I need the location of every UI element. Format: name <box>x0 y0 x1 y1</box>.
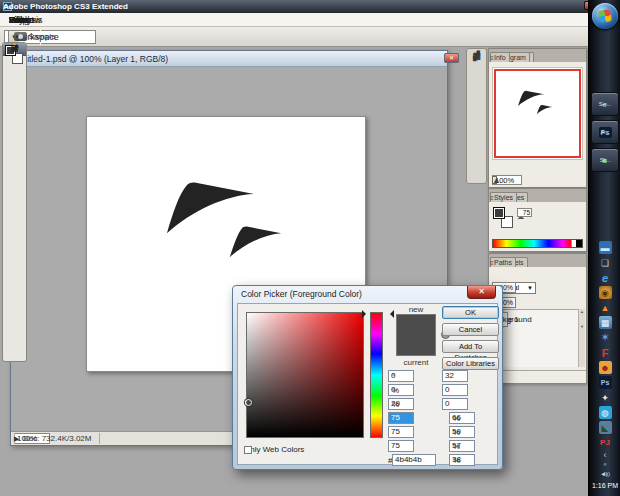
dialog-title: Color Picker (Foreground Color) <box>241 289 362 299</box>
hex-input[interactable]: 4b4b4b <box>392 454 436 466</box>
taskbar-icon-row: ✶ <box>589 330 620 345</box>
panel-menu-icon[interactable]: ≡ <box>490 55 496 62</box>
lab-b-input[interactable]: 0 <box>442 398 468 410</box>
taskbar-button-label: Se... <box>599 101 611 107</box>
field-unit: % <box>392 386 399 395</box>
menubar: FileEditImageLayerSelectFilterAnalysisVi… <box>0 13 588 27</box>
ok-button[interactable]: OK <box>442 306 499 319</box>
screen-mode-button[interactable]: ▣ <box>4 43 25 54</box>
color-libraries-button[interactable]: Color Libraries <box>442 357 499 370</box>
lock-fill-row: Lock: ▦ ✎ ✛ ● Fill: 100% <box>489 295 586 309</box>
menu-item[interactable]: Help <box>3 15 34 25</box>
field-unit: % <box>453 442 460 451</box>
cancel-button[interactable]: Cancel <box>442 323 499 336</box>
lab-l-input[interactable]: 32 <box>442 370 468 382</box>
panel-menu-icon[interactable]: ≡ <box>490 260 496 267</box>
taskbar-button-photoshop[interactable]: Ps A... <box>591 120 619 144</box>
taskbar-icon-row: ◍ <box>589 405 620 420</box>
windows-taskbar: e Se... Ps A... ■ St... ▬❏e◉▲▦✶F☻Ps✦◍◣PJ… <box>588 0 620 496</box>
mario-icon[interactable]: ☻ <box>599 361 612 374</box>
hue-slider[interactable] <box>370 312 383 438</box>
field-unit: % <box>453 456 460 465</box>
zoom-in-icon[interactable]: ▲ <box>492 175 501 185</box>
doc-close-button[interactable]: ✕ <box>444 53 459 63</box>
only-web-colors-checkbox[interactable] <box>244 446 252 454</box>
layers-scrollbar[interactable]: ▲▼ <box>578 309 585 367</box>
options-bar: ✐ ▾ Sample Size: Point Sample ▼ Workspac… <box>0 27 588 47</box>
navigator-preview[interactable] <box>492 67 583 160</box>
internet-explorer-icon[interactable]: e <box>599 271 612 284</box>
app-title: Adobe Photoshop CS3 Extended <box>3 2 128 11</box>
taskbar-clock[interactable]: 1:16 PM <box>589 482 620 489</box>
add-to-swatches-button[interactable]: Add To Swatches <box>442 340 499 353</box>
start-button[interactable] <box>592 3 618 29</box>
twitter-globe-icon[interactable]: ◍ <box>599 406 612 419</box>
lab-a-input[interactable]: 0 <box>442 384 468 396</box>
new-color-label: new <box>396 305 436 314</box>
taskbar-icon-row: ✦ <box>589 390 620 405</box>
red-input[interactable]: 75 <box>388 412 414 424</box>
app-titlebar: Ps Adobe Photoshop CS3 Extended – ❐ ✕ <box>0 0 588 13</box>
field-unit: ° <box>392 372 395 381</box>
dove-icon[interactable]: ✦ <box>599 391 612 404</box>
taskbar-button-label: St... <box>600 157 611 163</box>
photoshop-app-icon[interactable]: Ps <box>599 376 612 389</box>
taskbar-button-search[interactable]: e Se... <box>591 92 619 116</box>
taskbar-icon-row: ▬ <box>589 240 620 255</box>
remote-window-icon[interactable]: ▬ <box>599 241 612 254</box>
workspace-button[interactable]: Workspace ▼ <box>14 32 59 42</box>
media-player-icon[interactable]: ◉ <box>599 286 612 299</box>
dialog-close-button[interactable]: ✕ <box>467 286 496 299</box>
foreground-color-swatch[interactable] <box>493 207 505 219</box>
color-picker-dialog: Color Picker (Foreground Color) ✕ new cu… <box>232 285 503 470</box>
measurement-log-panel-icon[interactable]: ▦ <box>468 49 485 64</box>
small-swoosh-shape <box>227 224 284 259</box>
blue-star-icon[interactable]: ✶ <box>599 331 612 344</box>
current-color-label: current <box>396 358 436 367</box>
panel-menu-icon[interactable]: ≡ <box>490 195 496 202</box>
color-spectrum-ramp[interactable] <box>492 239 583 248</box>
small-swoosh-thumb <box>536 104 553 115</box>
taskbar-button-start-app[interactable]: ■ St... <box>591 148 619 172</box>
field-unit: % <box>453 428 460 437</box>
navigator-zoom-bar: 100% ▴ ▲ <box>489 173 586 187</box>
green-input[interactable]: 75 <box>388 426 414 438</box>
color-field-marker[interactable] <box>245 399 252 406</box>
panel-dock-strip: «▤✂♜▞A¶▦ <box>466 48 487 184</box>
navigator-panel: Navigator ×HistogramInfo ≡ 100% ▴ ▲ <box>488 48 587 188</box>
field-unit: % <box>453 414 460 423</box>
status-menu-arrow-icon[interactable]: ▶ <box>14 435 19 443</box>
hue-slider-arrow-right[interactable] <box>386 310 394 318</box>
blue-input[interactable]: 75 <box>388 440 414 452</box>
taskbar-icon-row: ◣ <box>589 420 620 435</box>
hex-field-row: # 4b4b4b <box>388 454 392 466</box>
windows-logo-icon <box>598 9 612 23</box>
taskbar-icon-row: PJ <box>589 435 620 450</box>
toolbox: Ps ✛□Ω◌#✂✚✎♜↺▱▤⊚◐✒T▶◆✉✐✋⊕ ◎ ▣ <box>2 42 27 362</box>
photo-viewer-icon[interactable]: ▦ <box>599 316 612 329</box>
vlc-icon[interactable]: ▲ <box>599 301 612 314</box>
chevron-down-icon: ▼ <box>14 34 20 40</box>
volume-icon[interactable]: ◄)) <box>600 471 610 477</box>
new-current-color-swatch <box>396 314 436 356</box>
field-unit: % <box>392 400 399 409</box>
channel-value-field[interactable]: 75 <box>517 208 532 217</box>
saturation-brightness-field[interactable] <box>246 312 364 438</box>
tray-chevron-icon[interactable]: ‹ <box>589 450 620 460</box>
document-titlebar[interactable]: Ps Untitled-1.psd @ 100% (Layer 1, RGB/8… <box>11 51 447 67</box>
doc-size-info: Doc: 732.4K/3.02M <box>14 433 100 444</box>
photos-stack-icon[interactable]: ❏ <box>599 256 612 269</box>
layers-panel-footer: ƒ ◻ ◐ ▭ ⊞ ▯ <box>489 370 586 383</box>
photoshop-screen: Ps Adobe Photoshop CS3 Extended – ❐ ✕ Fi… <box>0 0 620 496</box>
dialog-body: new current OK Cancel Add To Swatches Co… <box>237 303 498 465</box>
layers-tabbar: Layers ×ChannelsPaths ≡ <box>489 254 586 267</box>
pj-text-icon[interactable]: PJ <box>599 436 612 449</box>
taskbar-icon-row: ☻ <box>589 360 620 375</box>
hue-slider-arrow-left[interactable] <box>362 310 370 318</box>
taskbar-icon-row: e <box>589 270 620 285</box>
tray-icon-blue[interactable]: ● <box>603 461 607 467</box>
taskbar-icon-row: ❏ <box>589 255 620 270</box>
landscape-icon[interactable]: ◣ <box>599 421 612 434</box>
taskbar-icon-row: ▦ <box>589 315 620 330</box>
letter-f-icon[interactable]: F <box>599 346 612 359</box>
